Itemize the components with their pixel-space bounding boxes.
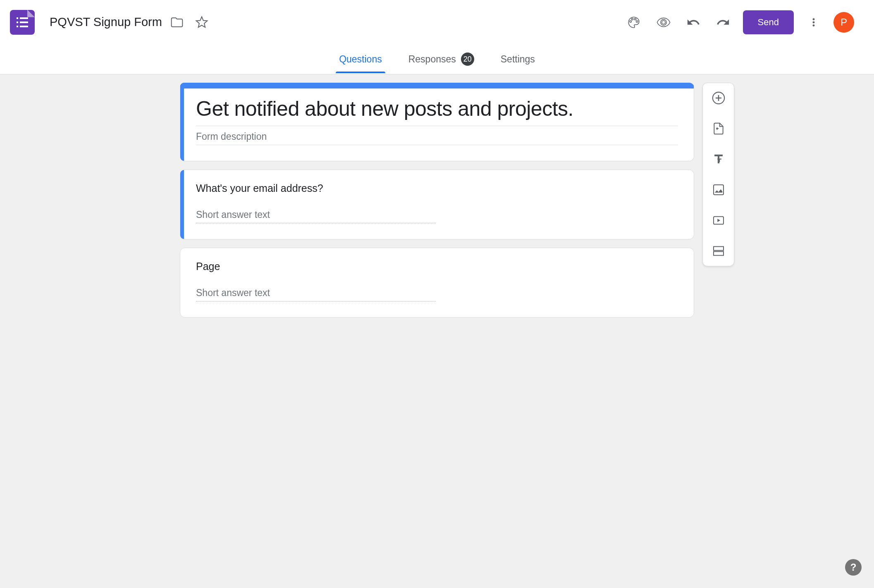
form-main-title[interactable]: Get notified about new posts and project… — [196, 97, 678, 126]
add-video-icon[interactable] — [709, 211, 728, 229]
forms-app-icon[interactable] — [10, 10, 35, 35]
form-description-field[interactable]: Form description — [196, 131, 678, 145]
tab-responses[interactable]: Responses 20 — [405, 44, 478, 74]
header-actions: Send P — [624, 10, 854, 34]
star-icon[interactable] — [192, 12, 212, 32]
tab-questions[interactable]: Questions — [336, 45, 385, 73]
avatar[interactable]: P — [833, 12, 854, 33]
short-answer-placeholder: Short answer text — [196, 209, 436, 223]
add-image-icon[interactable] — [709, 181, 728, 199]
form-title[interactable]: PQVST Signup Form — [50, 15, 162, 29]
redo-icon[interactable] — [713, 12, 733, 32]
svg-rect-1 — [714, 185, 724, 195]
add-section-icon[interactable] — [709, 242, 728, 260]
responses-count-badge: 20 — [461, 53, 474, 66]
short-answer-placeholder: Short answer text — [196, 287, 436, 301]
svg-rect-4 — [714, 251, 724, 255]
side-toolbar — [702, 83, 734, 266]
tab-responses-label: Responses — [408, 54, 456, 65]
content-area: Get notified about new posts and project… — [0, 74, 874, 318]
form-header-card[interactable]: Get notified about new posts and project… — [180, 83, 694, 161]
question-card[interactable]: Page Short answer text — [180, 248, 694, 318]
help-icon[interactable]: ? — [845, 559, 862, 576]
question-card[interactable]: What's your email address? Short answer … — [180, 170, 694, 239]
customize-theme-icon[interactable] — [624, 12, 644, 32]
tab-questions-label: Questions — [339, 54, 382, 65]
app-header: PQVST Signup Form Send P — [0, 0, 874, 44]
import-questions-icon[interactable] — [709, 120, 728, 138]
tab-settings-label: Settings — [501, 54, 535, 65]
more-options-icon[interactable] — [804, 12, 824, 32]
move-to-folder-icon[interactable] — [167, 12, 187, 32]
form-canvas: Get notified about new posts and project… — [180, 83, 694, 318]
preview-icon[interactable] — [654, 12, 673, 32]
question-title[interactable]: What's your email address? — [196, 182, 678, 194]
send-button[interactable]: Send — [743, 10, 794, 34]
tab-settings[interactable]: Settings — [497, 45, 538, 73]
svg-rect-3 — [714, 246, 724, 250]
undo-icon[interactable] — [683, 12, 703, 32]
add-question-icon[interactable] — [709, 89, 728, 107]
add-title-icon[interactable] — [709, 150, 728, 168]
question-title[interactable]: Page — [196, 261, 678, 272]
editor-tabs: Questions Responses 20 Settings — [0, 44, 874, 74]
